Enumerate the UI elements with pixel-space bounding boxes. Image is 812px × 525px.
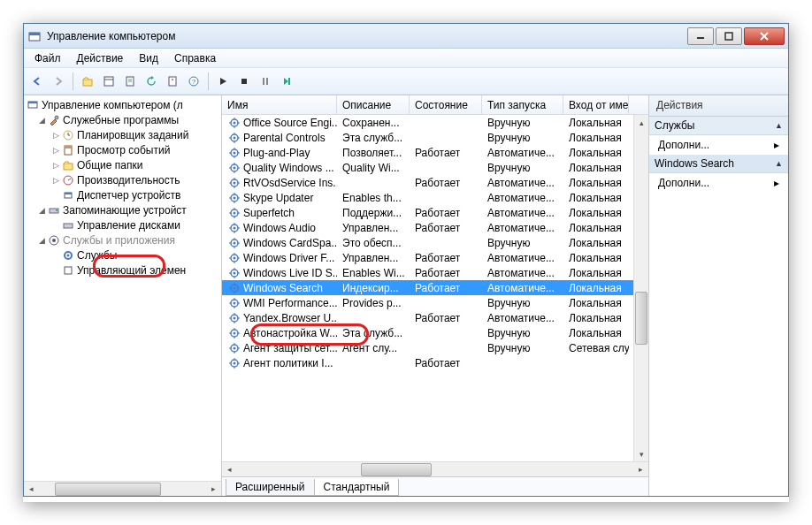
service-name: Skype Updater: [243, 192, 313, 204]
service-row[interactable]: SuperfetchПоддержи...РаботаетАвтоматиче.…: [222, 205, 648, 220]
gear-icon: [227, 296, 241, 310]
tree-wmi[interactable]: ▷ Управляющий элемен: [24, 262, 221, 278]
svg-point-66: [234, 181, 236, 184]
expand-icon[interactable]: ▷: [50, 176, 61, 185]
gear-icon: [227, 131, 241, 145]
gear-icon: [227, 356, 241, 370]
gear-icon: [227, 281, 241, 295]
service-row[interactable]: Windows Driver F...Управлен...РаботаетАв…: [222, 250, 648, 265]
column-desc[interactable]: Описание: [337, 95, 410, 114]
scroll-right-icon[interactable]: ▸: [633, 462, 648, 477]
service-row[interactable]: Windows AudioУправлен...РаботаетАвтомати…: [222, 220, 648, 235]
properties-button[interactable]: [163, 72, 182, 91]
column-logon[interactable]: Вход от име: [563, 95, 629, 114]
column-name[interactable]: Имя: [222, 95, 337, 114]
service-row[interactable]: Автонастройка W...Эта служб...ВручнуюЛок…: [222, 325, 648, 340]
scroll-thumb[interactable]: [55, 483, 161, 496]
minimize-button[interactable]: [687, 27, 714, 45]
up-button[interactable]: [78, 72, 97, 91]
service-start: Вручную: [482, 117, 563, 129]
svg-rect-16: [241, 79, 247, 84]
actions-more-1[interactable]: Дополни... ▸: [649, 135, 788, 155]
scroll-down-icon[interactable]: ▾: [634, 446, 648, 461]
service-logon: Локальная: [563, 237, 629, 249]
expand-icon[interactable]: ▷: [50, 131, 61, 140]
tree-perf[interactable]: ▷ Производительность: [24, 172, 221, 187]
back-button[interactable]: [27, 72, 47, 91]
svg-point-37: [52, 239, 56, 242]
service-row[interactable]: Агент политики I...Работает: [222, 355, 648, 370]
actions-section-services[interactable]: Службы ▲: [649, 117, 788, 135]
menu-help[interactable]: Справка: [167, 50, 223, 66]
scroll-left-icon[interactable]: ◂: [24, 482, 39, 497]
svg-rect-1: [29, 33, 40, 35]
tree-eventvwr[interactable]: ▷ Просмотр событий: [24, 142, 221, 157]
stop-service-button[interactable]: [234, 72, 254, 91]
service-row[interactable]: Агент защиты сет...Агент слу...ВручнуюСе…: [222, 340, 648, 355]
svg-point-114: [234, 301, 236, 304]
scroll-up-icon[interactable]: ▴: [634, 115, 648, 130]
scroll-thumb[interactable]: [361, 463, 432, 476]
restart-service-button[interactable]: [277, 72, 296, 91]
scroll-right-icon[interactable]: ▸: [206, 482, 221, 497]
tree-servapps[interactable]: ◢ Службы и приложения: [24, 232, 221, 247]
forward-button[interactable]: [49, 72, 68, 91]
svg-point-138: [234, 361, 236, 364]
actions-more-2[interactable]: Дополни... ▸: [649, 173, 788, 193]
service-name: Windows Search: [243, 282, 323, 294]
service-row[interactable]: Quality Windows ...Quality Wi...ВручнуюЛ…: [222, 160, 648, 175]
scroll-thumb[interactable]: [635, 292, 647, 345]
tree-hscrollbar[interactable]: ◂ ▸: [24, 481, 221, 496]
service-row[interactable]: Yandex.Browser U...РаботаетАвтоматиче...…: [222, 310, 648, 325]
service-row[interactable]: Parental ControlsЭта служб...ВручнуюЛока…: [222, 130, 648, 145]
collapse-icon[interactable]: ◢: [36, 116, 47, 125]
column-start[interactable]: Тип запуска: [482, 95, 563, 114]
expand-icon[interactable]: ▷: [50, 161, 61, 170]
gear-icon: [227, 176, 241, 190]
tree-root[interactable]: Управление компьютером (л: [24, 97, 221, 112]
tree-system-tools[interactable]: ◢ Служебные программы: [24, 112, 221, 127]
scroll-left-icon[interactable]: ◂: [222, 462, 237, 477]
menu-view[interactable]: Вид: [132, 50, 165, 66]
service-row[interactable]: Windows CardSpa...Это обесп...ВручнуюЛок…: [222, 235, 648, 250]
service-row[interactable]: Plug-and-PlayПозволяет...РаботаетАвтомат…: [222, 145, 648, 160]
tab-standard[interactable]: Стандартный: [314, 479, 400, 496]
service-logon: Локальная: [563, 297, 629, 309]
export-button[interactable]: [120, 72, 140, 91]
tree-diskmgmt[interactable]: ▷ Управление дисками: [24, 217, 221, 232]
service-row[interactable]: Office Source Engi...Сохранен...ВручнуюЛ…: [222, 115, 648, 130]
menu-action[interactable]: Действие: [70, 50, 131, 66]
help-button[interactable]: ?: [184, 72, 203, 91]
service-start: Автоматиче...: [482, 192, 563, 204]
maximize-button[interactable]: [716, 27, 742, 45]
service-row[interactable]: Windows SearchИндексир...РаботаетАвтомат…: [222, 280, 648, 295]
service-start: Вручную: [482, 162, 563, 174]
svg-point-54: [234, 151, 236, 154]
list-hscrollbar[interactable]: ◂ ▸: [222, 461, 648, 476]
pause-service-button[interactable]: [256, 72, 275, 91]
menu-file[interactable]: Файл: [27, 50, 68, 66]
tree-services[interactable]: ▷ Службы: [24, 247, 221, 262]
service-row[interactable]: Windows Live ID S...Enables Wi...Работае…: [222, 265, 648, 280]
tree-scheduler[interactable]: ▷ Планировщик заданий: [24, 127, 221, 142]
tree-storage[interactable]: ◢ Запоминающие устройст: [24, 202, 221, 217]
show-hide-button[interactable]: [99, 72, 119, 91]
actions-section-winsearch[interactable]: Windows Search ▲: [649, 155, 788, 173]
service-logon: Локальная: [563, 192, 629, 204]
service-logon: Локальная: [563, 327, 629, 339]
service-row[interactable]: RtVOsdService Ins...РаботаетАвтоматиче..…: [222, 175, 648, 190]
tree-shared[interactable]: ▷ Общие папки: [24, 157, 221, 172]
tab-extended[interactable]: Расширенный: [226, 479, 315, 496]
start-service-button[interactable]: [213, 72, 233, 91]
service-row[interactable]: WMI Performance...Provides p...ВручнуюЛо…: [222, 295, 648, 310]
column-state[interactable]: Состояние: [410, 95, 482, 114]
refresh-button[interactable]: [142, 72, 161, 91]
collapse-icon[interactable]: ◢: [36, 206, 47, 215]
service-row[interactable]: Skype UpdaterEnables th...Автоматиче...Л…: [222, 190, 648, 205]
list-vscrollbar[interactable]: ▴ ▾: [633, 115, 648, 461]
expand-icon[interactable]: ▷: [50, 146, 61, 155]
tree-devmgr[interactable]: ▷ Диспетчер устройств: [24, 187, 221, 202]
close-button[interactable]: [744, 27, 785, 45]
collapse-icon[interactable]: ◢: [36, 236, 47, 245]
computer-icon: [26, 98, 40, 112]
